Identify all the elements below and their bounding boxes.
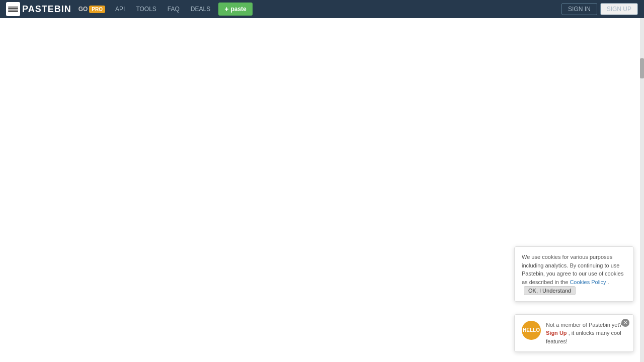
- nav-link-tools[interactable]: TOOLS: [131, 3, 161, 16]
- navbar: PASTEBIN GO PRO API TOOLS FAQ DEALS + pa…: [0, 0, 644, 18]
- signup-promo-before: Not a member of Pastebin yet?: [546, 322, 622, 328]
- logo-icon-line1: [8, 7, 18, 8]
- go-pro-area[interactable]: GO PRO: [78, 6, 105, 13]
- paste-btn-label: paste: [230, 6, 246, 13]
- logo-icon-line2: [8, 8, 18, 9]
- nav-link-faq[interactable]: FAQ: [163, 3, 185, 16]
- logo-icon: [6, 2, 20, 16]
- cookie-notice: We use cookies for various purposes incl…: [514, 246, 634, 302]
- nav-auth-area: SIGN IN SIGN UP: [561, 3, 638, 15]
- nav-links: GO PRO API TOOLS FAQ DEALS + paste: [78, 3, 561, 16]
- signup-promo-text: Not a member of Pastebin yet? Sign Up , …: [546, 321, 626, 346]
- signup-promo: HELLO Not a member of Pastebin yet? Sign…: [514, 314, 634, 352]
- ok-understand-button[interactable]: OK, I Understand: [524, 286, 576, 295]
- logo-area: PASTEBIN: [6, 2, 71, 16]
- signup-promo-link[interactable]: Sign Up: [546, 330, 567, 336]
- hello-badge: HELLO: [522, 321, 541, 340]
- main-content: We use cookies for various purposes incl…: [0, 18, 644, 362]
- logo-text: PASTEBIN: [22, 4, 71, 15]
- scrollbar-track[interactable]: [640, 18, 644, 362]
- go-label: GO: [78, 6, 88, 13]
- signin-button[interactable]: SIGN IN: [561, 3, 597, 15]
- scrollbar-thumb[interactable]: [640, 58, 644, 78]
- signup-button[interactable]: SIGN UP: [600, 3, 638, 15]
- logo-icon-line4: [8, 11, 18, 12]
- logo-icon-line3: [8, 10, 18, 11]
- new-paste-button[interactable]: + paste: [218, 3, 253, 16]
- nav-link-api[interactable]: API: [110, 3, 130, 16]
- cookies-policy-link[interactable]: Cookies Policy: [570, 279, 606, 285]
- pro-badge: PRO: [89, 6, 105, 13]
- plus-icon: +: [224, 5, 228, 13]
- nav-link-deals[interactable]: DEALS: [186, 3, 215, 16]
- cookie-text-after: .: [608, 279, 609, 285]
- promo-close-button[interactable]: ✕: [621, 319, 629, 327]
